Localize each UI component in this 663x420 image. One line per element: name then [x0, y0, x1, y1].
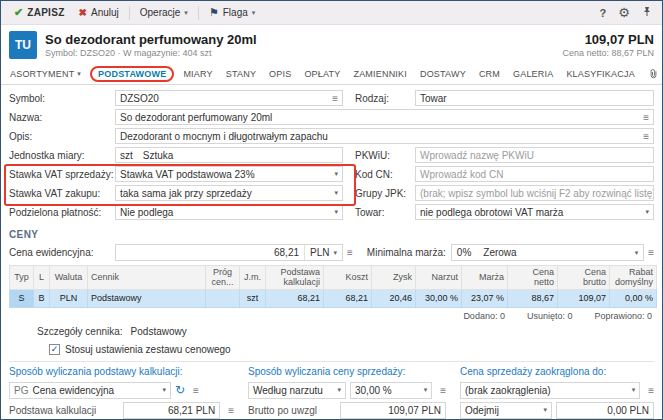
tab-klasyfikacja[interactable]: KLASYFIKACJA: [566, 69, 634, 79]
refresh-icon[interactable]: ↻: [175, 384, 185, 396]
zaokraglenie-dropdown[interactable]: (brak zaokrąglenia) ▾: [460, 382, 640, 399]
col-rabat[interactable]: Rabat domyślny: [610, 266, 657, 290]
brutto-uwzgl-value[interactable]: 109,07 PLN: [340, 402, 446, 419]
col-cena-netto[interactable]: Cena netto: [508, 266, 558, 290]
x-icon: ✖: [79, 7, 87, 18]
tab-label: KLASYFIKACJA: [566, 69, 634, 79]
help-button[interactable]: ?: [600, 7, 607, 19]
chevron-down-icon: ▾: [184, 9, 188, 17]
cell-cena-netto: 88,67: [508, 289, 558, 307]
chevron-down-icon: ▾: [330, 170, 338, 178]
col-cena-brutto[interactable]: Cena brutto: [558, 266, 610, 290]
tab-galeria[interactable]: GALERIA: [513, 69, 553, 79]
vat-zakupu-dropdown[interactable]: taka sama jak przy sprzedaży ▾: [115, 185, 343, 201]
tab-label: STANY: [226, 69, 256, 79]
panel-zaokraglenie: Cena sprzedaży zaokrąglona do: (brak zao…: [460, 366, 654, 420]
attachment-button[interactable]: [648, 68, 659, 80]
col-jm[interactable]: J.m.: [240, 266, 266, 290]
kod-cn-label: Kod CN:: [355, 169, 415, 180]
tab-miary[interactable]: MIARY: [183, 69, 212, 79]
tab-label: ZAMIENNIKI: [353, 69, 407, 79]
tab-stany[interactable]: STANY: [226, 69, 256, 79]
opis-label: Opis:: [9, 131, 115, 142]
ceny-section-title: CENY: [9, 229, 654, 240]
col-narzut[interactable]: Narzut: [416, 266, 462, 290]
cena-ewidencyjna-field[interactable]: 68,21 PLN ▾: [115, 244, 343, 261]
pkwiu-field[interactable]: Wprowadź nazwę PKWiU: [415, 147, 654, 163]
col-waluta[interactable]: Waluta: [50, 266, 88, 290]
chevron-down-icon: ▾: [77, 70, 81, 78]
panel2-select-value: Według narzutu: [253, 385, 323, 396]
value-text: 109,07 PLN: [388, 405, 441, 416]
currency-dropdown[interactable]: PLN ▾: [304, 245, 342, 260]
jednostka-miary-field[interactable]: szt Sztuka: [115, 147, 343, 163]
podstawa-kalkulacji-value[interactable]: 68,21 PLN: [123, 402, 220, 419]
flag-menu-button[interactable]: ⚑ Flaga ▾: [202, 4, 262, 21]
minimalna-marza-dropdown[interactable]: 0% Zerowa ▾: [451, 244, 644, 261]
cell-narzut: 30,00 %: [416, 289, 462, 307]
tab-dostawy[interactable]: DOSTAWY: [420, 69, 466, 79]
opis-field[interactable]: Dezodorant o mocnym i długotrwałym zapac…: [115, 128, 654, 144]
field-menu-icon[interactable]: ≡: [228, 405, 234, 416]
save-button[interactable]: ✔ ZAPISZ: [7, 4, 72, 21]
field-menu-icon[interactable]: ≡: [643, 112, 649, 123]
col-typ[interactable]: Typ: [10, 266, 34, 290]
field-menu-icon[interactable]: ≡: [648, 247, 654, 258]
symbol-field[interactable]: DZSO20 ≡: [115, 90, 343, 106]
checkbox-checked[interactable]: ✓: [49, 344, 60, 355]
currency-value: PLN: [310, 247, 329, 258]
col-podstawa[interactable]: Podstawa kalkulacji: [266, 266, 324, 290]
odejmij-amount-field[interactable]: 0,00 PLN: [556, 402, 654, 419]
narzut-percent-field[interactable]: 30,00 % ▾: [350, 382, 432, 399]
vat-sprzedazy-dropdown[interactable]: Stawka VAT podstawowa 23% ▾: [115, 166, 343, 182]
rodzaj-field[interactable]: Towar: [415, 90, 654, 106]
tab-opis[interactable]: OPIS: [269, 69, 291, 79]
symbol-value: DZSO20: [120, 93, 159, 104]
field-menu-icon[interactable]: ≡: [440, 385, 446, 396]
col-marza[interactable]: Marża: [462, 266, 508, 290]
col-cennik[interactable]: Cennik: [88, 266, 206, 290]
nazwa-field[interactable]: So dezodorant perfumowany 20ml ≡: [115, 109, 654, 125]
gear-icon[interactable]: ⚙: [618, 5, 630, 20]
cancel-button[interactable]: ✖ Anuluj: [72, 5, 126, 20]
grupy-jpk-field[interactable]: (brak; wpisz symbol lub wciśnij F2 aby r…: [415, 185, 654, 201]
tab-podstawowe[interactable]: PODSTAWOWE: [98, 69, 166, 79]
tab-label: PODSTAWOWE: [98, 69, 166, 79]
jm-unit: szt: [120, 150, 133, 161]
col-zysk[interactable]: Zysk: [372, 266, 416, 290]
col-l[interactable]: L: [34, 266, 50, 290]
pin-icon[interactable]: [642, 6, 652, 19]
towar-dropdown[interactable]: nie podlega obrotowi VAT marża ▾: [415, 204, 654, 220]
field-menu-icon[interactable]: ≡: [347, 247, 353, 258]
sposob-ceny-dropdown[interactable]: Według narzutu ▾: [248, 382, 346, 399]
rodzaj-label: Rodzaj:: [355, 93, 415, 104]
kod-cn-field[interactable]: Wprowadź kod CN: [415, 166, 654, 182]
odejmij-dropdown[interactable]: Odejmij ▾: [460, 402, 552, 419]
col-prog[interactable]: Próg cen...: [206, 266, 240, 290]
form-row: Symbol: DZSO20 ≡ Rodzaj: Towar: [9, 90, 654, 106]
field-menu-icon[interactable]: ≡: [193, 385, 199, 396]
price-netto: Cena netto: 88,67 PLN: [562, 48, 654, 58]
value-text: 68,21 PLN: [168, 405, 215, 416]
podstawa-kalkulacji-dropdown[interactable]: PG Cena ewidencyjna ▾: [9, 382, 171, 399]
toolbar-separator: [129, 6, 130, 20]
field-menu-icon[interactable]: ≡: [643, 131, 649, 142]
operations-menu-button[interactable]: Operacje ▾: [133, 5, 195, 20]
field-menu-icon[interactable]: ≡: [332, 93, 338, 104]
panel2-row2: Brutto po uwzgl 109,07 PLN: [248, 402, 446, 419]
change-counters: Dodano: 0 Usunięto: 0 Poprawiono: 0: [11, 311, 652, 321]
form-row: Stawka VAT zakupu: taka sama jak przy sp…: [9, 185, 654, 201]
vat-sprzedazy-value: Stawka VAT podstawowa 23%: [120, 169, 255, 180]
cell-prog: [206, 289, 240, 307]
price-table-row-selected[interactable]: S B PLN Podstawowy szt 68,21 68,21 20,46…: [10, 289, 657, 307]
tab-zamienniki[interactable]: ZAMIENNIKI: [353, 69, 407, 79]
annotation-red-box-tab: PODSTAWOWE: [90, 66, 174, 82]
tab-crm[interactable]: CRM: [479, 69, 500, 79]
tab-label: CRM: [479, 69, 500, 79]
podzielona-platnosc-dropdown[interactable]: Nie podlega ▾: [115, 204, 343, 220]
tab-asortyment[interactable]: ASORTYMENT ▾: [10, 69, 81, 79]
field-menu-icon[interactable]: ≡: [648, 385, 654, 396]
tab-oplaty[interactable]: OPŁATY: [304, 69, 340, 79]
col-koszt[interactable]: Koszt: [324, 266, 372, 290]
header-price-block: 109,07 PLN Cena netto: 88,67 PLN: [562, 32, 654, 58]
